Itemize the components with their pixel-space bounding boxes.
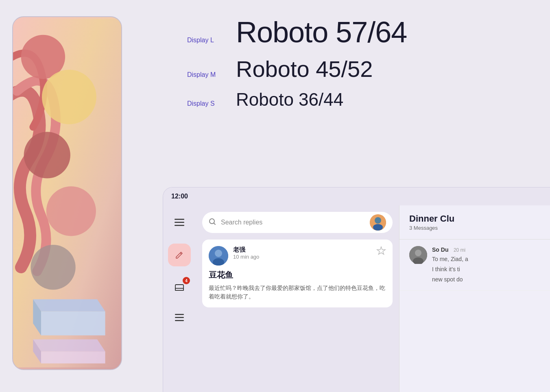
dinner-avatar [409,246,427,264]
display-m-text: Roboto 45/52 [236,57,373,82]
svg-point-4 [46,186,96,236]
inbox-icon[interactable]: 4 [170,279,188,296]
message-time: 10 min ago [233,254,371,260]
svg-rect-20 [175,320,184,321]
display-s-label: Display S [187,100,236,107]
right-panel: Display L Roboto 57/64 Display M Roboto … [138,0,550,392]
svg-point-24 [373,224,383,231]
dinner-count: 3 Messages [409,225,540,231]
svg-rect-13 [175,222,184,223]
left-panel [0,0,138,392]
svg-marker-6 [33,299,105,311]
status-bar: 12:00 [163,187,550,205]
display-s-row: Display S Roboto 36/44 [187,90,526,109]
dinner-sender: So Du [432,246,448,253]
typography-section: Display L Roboto 57/64 Display M Roboto … [138,0,550,109]
message-sender: 老强 [233,246,371,254]
status-time: 12:00 [171,193,188,200]
menu-icon[interactable] [170,213,188,231]
svg-marker-9 [33,340,105,352]
messages-list: Search replies [196,205,399,392]
svg-point-23 [375,217,381,224]
compose-fab[interactable] [168,244,191,266]
dinner-text-line1: To me, Ziad, a [432,255,540,264]
svg-rect-12 [175,219,184,220]
app-right-panel: Dinner Clu 3 Messages So Du 20 mi [399,205,550,392]
display-m-label: Display M [187,71,236,78]
dinner-text-line3: new spot do [432,275,540,284]
dinner-meta: So Du 20 mi To me, Ziad, a I think it's … [432,246,540,284]
svg-rect-14 [175,225,184,226]
svg-point-21 [210,219,214,224]
display-l-row: Display L Roboto 57/64 [187,16,526,48]
svg-point-3 [24,132,70,178]
dinner-message-item[interactable]: So Du 20 mi To me, Ziad, a I think it's … [399,240,550,291]
search-icon [209,218,216,227]
display-s-text: Roboto 36/44 [236,90,343,109]
message-subject: 豆花鱼 [209,270,386,281]
svg-marker-8 [41,311,105,335]
display-l-text: Roboto 57/64 [236,16,407,48]
app-sidebar: 4 [163,205,196,392]
app-mockup: 12:00 [163,187,550,392]
search-placeholder: Search replies [221,219,365,226]
app-main: Search replies [196,205,550,392]
dinner-time: 20 mi [454,247,465,253]
svg-rect-19 [175,317,184,318]
list-icon[interactable] [170,309,188,327]
dinner-header: Dinner Clu 3 Messages [399,205,550,240]
svg-marker-11 [41,351,105,364]
svg-point-29 [415,250,421,256]
svg-point-5 [31,245,75,290]
svg-point-2 [42,70,96,124]
message-preview: 最近忙吗？昨晚我去了你最爱的那家饭馆，点了他们的特色豆花鱼，吃着吃着就想你了。 [209,284,386,301]
phone-mockup [12,16,122,370]
dinner-title: Dinner Clu [409,213,540,224]
display-m-row: Display M Roboto 45/52 [187,57,526,82]
user-avatar[interactable] [370,214,386,231]
message-meta: 老强 10 min ago [233,246,371,260]
inbox-badge: 4 [183,277,190,284]
message-avatar [209,246,228,266]
star-icon[interactable] [376,246,386,258]
search-bar[interactable]: Search replies [202,212,393,233]
svg-rect-18 [175,314,184,315]
message-header: 老强 10 min ago [209,246,386,266]
dinner-text-line2: I think it's ti [432,265,540,274]
svg-point-26 [215,250,222,257]
message-item[interactable]: 老强 10 min ago 豆花鱼 最近忙吗？昨晚我去了你最爱的那家饭馆，点了他… [202,240,393,307]
display-l-label: Display L [187,37,236,44]
